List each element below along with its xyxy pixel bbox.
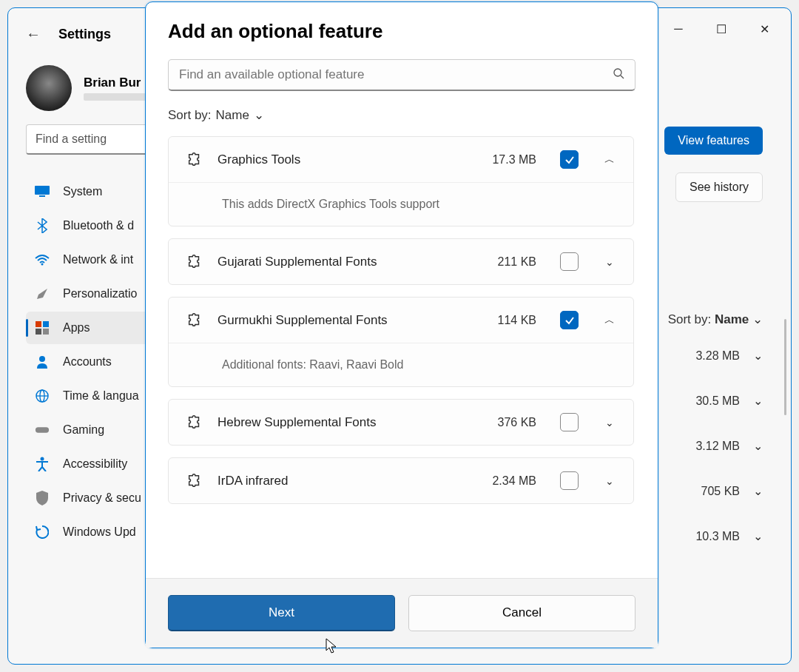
puzzle-icon (186, 254, 203, 270)
search-field[interactable] (179, 67, 613, 82)
accessibility-icon (35, 457, 50, 471)
brush-icon (35, 286, 50, 301)
add-feature-dialog: Add an optional feature Sort by: Name ⌄ … (145, 1, 658, 648)
apps-icon (35, 320, 50, 335)
feature-item: Gurmukhi Supplemental Fonts114 KB︿Additi… (168, 297, 634, 387)
feature-checkbox[interactable] (560, 252, 579, 271)
sidebar-item-label: Accounts (63, 355, 112, 369)
dialog-footer: Next Cancel (146, 578, 658, 648)
next-button[interactable]: Next (168, 595, 395, 631)
svg-rect-3 (36, 321, 41, 327)
sidebar-item-label: Bluetooth & d (63, 219, 134, 232)
feature-description: This adds DirectX Graphics Tools support (169, 182, 633, 226)
cancel-button[interactable]: Cancel (408, 595, 636, 631)
feature-checkbox[interactable] (560, 150, 579, 169)
chevron-down-icon[interactable]: ⌄ (601, 475, 618, 487)
puzzle-icon (186, 152, 203, 168)
see-history-button[interactable]: See history (675, 172, 763, 202)
sidebar-item-label: Gaming (63, 423, 104, 437)
sidebar-item-label: Apps (63, 321, 90, 335)
search-icon (613, 67, 624, 82)
chevron-up-icon[interactable]: ︿ (601, 153, 618, 167)
sidebar-item-label: Privacy & secu (63, 491, 141, 505)
page-title: Settings (58, 27, 111, 42)
feature-header[interactable]: Gujarati Supplemental Fonts211 KB⌄ (169, 239, 633, 284)
svg-point-7 (39, 356, 45, 362)
feature-size: 211 KB (498, 255, 536, 269)
feature-name: Gujarati Supplemental Fonts (218, 255, 483, 269)
chevron-down-icon: ⌄ (752, 312, 763, 326)
svg-rect-0 (35, 186, 50, 195)
chevron-down-icon: ⌄ (753, 394, 763, 408)
feature-name: Gurmukhi Supplemental Fonts (218, 313, 483, 328)
feature-row-partial[interactable]: 30.5 MB⌄ (652, 394, 763, 408)
globe-icon (35, 389, 50, 403)
chevron-down-icon: ⌄ (753, 484, 763, 498)
sidebar-item-label: Time & langua (63, 389, 139, 403)
chevron-down-icon[interactable]: ⌄ (601, 417, 618, 429)
avatar (26, 65, 72, 111)
feature-name: Hebrew Supplemental Fonts (218, 415, 483, 430)
feature-item: Gujarati Supplemental Fonts211 KB⌄ (168, 238, 634, 285)
svg-rect-6 (43, 329, 49, 335)
main-sort[interactable]: Sort by: Name ⌄ (668, 312, 763, 327)
puzzle-icon (186, 473, 203, 489)
chevron-up-icon[interactable]: ︿ (601, 314, 618, 327)
bluetooth-icon (35, 218, 50, 233)
feature-size: 2.34 MB (492, 474, 536, 488)
svg-line-14 (621, 75, 624, 78)
gamepad-icon (35, 423, 50, 437)
view-features-button[interactable]: View features (664, 127, 763, 155)
chevron-down-icon: ⌄ (753, 529, 763, 543)
svg-rect-5 (36, 329, 41, 335)
feature-checkbox[interactable] (560, 471, 579, 490)
feature-header[interactable]: Gurmukhi Supplemental Fonts114 KB︿ (169, 298, 633, 343)
scrollbar[interactable] (784, 319, 786, 415)
feature-checkbox[interactable] (560, 413, 579, 431)
svg-rect-11 (36, 427, 49, 432)
feature-row-partial[interactable]: 3.28 MB⌄ (652, 349, 763, 363)
chevron-down-icon: ⌄ (753, 439, 763, 453)
back-icon[interactable]: ← (26, 26, 41, 43)
chevron-down-icon[interactable]: ⌄ (601, 256, 618, 268)
search-input[interactable] (168, 59, 636, 91)
feature-row-partial[interactable]: 705 KB⌄ (652, 484, 763, 498)
svg-rect-1 (39, 195, 45, 197)
feature-description: Additional fonts: Raavi, Raavi Bold (169, 343, 633, 386)
sidebar-item-label: System (63, 185, 102, 198)
feature-item: IrDA infrared2.34 MB⌄ (168, 457, 634, 504)
sidebar-item-label: Personalizatio (63, 287, 138, 300)
puzzle-icon (186, 414, 203, 431)
feature-row-partial[interactable]: 10.3 MB⌄ (652, 529, 763, 543)
svg-point-12 (41, 457, 44, 461)
svg-rect-4 (43, 321, 49, 327)
person-icon (35, 355, 50, 369)
feature-size: 376 KB (498, 416, 536, 429)
shield-icon (35, 491, 50, 505)
feature-header[interactable]: Graphics Tools17.3 MB︿ (169, 137, 633, 182)
puzzle-icon (186, 312, 203, 329)
feature-item: Graphics Tools17.3 MB︿This adds DirectX … (168, 136, 634, 226)
chevron-down-icon: ⌄ (753, 349, 763, 363)
wifi-icon (35, 252, 50, 267)
sidebar-item-label: Accessibility (63, 457, 127, 471)
sidebar-item-label: Windows Upd (63, 525, 136, 539)
feature-header[interactable]: Hebrew Supplemental Fonts376 KB⌄ (169, 400, 633, 445)
feature-row-partial[interactable]: 3.12 MB⌄ (652, 439, 763, 453)
chevron-down-icon: ⌄ (254, 107, 264, 123)
monitor-icon (35, 184, 50, 199)
feature-name: Graphics Tools (218, 152, 477, 167)
feature-header[interactable]: IrDA infrared2.34 MB⌄ (169, 458, 633, 503)
sidebar-item-label: Network & int (63, 253, 133, 266)
dialog-title: Add an optional feature (168, 20, 636, 43)
feature-size: 17.3 MB (492, 153, 536, 167)
feature-name: IrDA infrared (218, 474, 477, 488)
svg-point-13 (614, 69, 621, 76)
feature-size: 114 KB (498, 314, 536, 327)
update-icon (35, 525, 50, 540)
feature-checkbox[interactable] (560, 311, 579, 329)
dialog-sort[interactable]: Sort by: Name ⌄ (168, 107, 636, 123)
svg-point-2 (41, 263, 44, 266)
feature-item: Hebrew Supplemental Fonts376 KB⌄ (168, 399, 634, 446)
